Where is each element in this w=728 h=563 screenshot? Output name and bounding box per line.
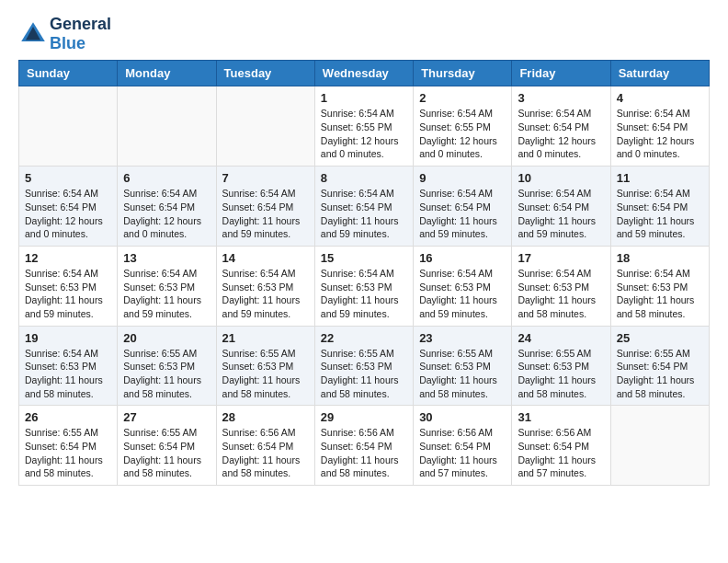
day-number: 14 — [222, 251, 309, 265]
weekday-header-thursday: Thursday — [414, 61, 512, 86]
calendar-cell: 25Sunrise: 6:55 AMSunset: 6:54 PMDayligh… — [610, 326, 709, 406]
day-number: 12 — [25, 251, 111, 265]
calendar-cell: 4Sunrise: 6:54 AMSunset: 6:54 PMDaylight… — [610, 86, 709, 167]
day-number: 2 — [419, 91, 506, 105]
day-info-text: Sunrise: 6:54 AMSunset: 6:55 PMDaylight:… — [321, 107, 407, 161]
day-info-text: Sunrise: 6:54 AMSunset: 6:54 PMDaylight:… — [518, 107, 604, 161]
day-info-text: Sunrise: 6:56 AMSunset: 6:54 PMDaylight:… — [321, 426, 407, 480]
calendar-cell — [610, 406, 709, 486]
day-info-text: Sunrise: 6:54 AMSunset: 6:53 PMDaylight:… — [617, 267, 703, 321]
day-number: 18 — [617, 251, 703, 265]
day-info-text: Sunrise: 6:54 AMSunset: 6:55 PMDaylight:… — [419, 107, 506, 161]
calendar-cell: 21Sunrise: 6:55 AMSunset: 6:53 PMDayligh… — [216, 326, 314, 406]
calendar-cell: 3Sunrise: 6:54 AMSunset: 6:54 PMDaylight… — [512, 86, 610, 167]
logo-text-line2: Blue — [50, 34, 111, 53]
day-number: 20 — [123, 331, 210, 345]
day-info-text: Sunrise: 6:54 AMSunset: 6:53 PMDaylight:… — [25, 347, 111, 401]
calendar-cell: 30Sunrise: 6:56 AMSunset: 6:54 PMDayligh… — [414, 406, 512, 486]
day-info-text: Sunrise: 6:54 AMSunset: 6:54 PMDaylight:… — [617, 187, 703, 241]
calendar-cell: 1Sunrise: 6:54 AMSunset: 6:55 PMDaylight… — [314, 86, 413, 167]
day-number: 4 — [617, 91, 703, 105]
day-info-text: Sunrise: 6:56 AMSunset: 6:54 PMDaylight:… — [419, 426, 506, 480]
calendar-cell: 15Sunrise: 6:54 AMSunset: 6:53 PMDayligh… — [314, 246, 413, 326]
calendar-cell: 27Sunrise: 6:55 AMSunset: 6:54 PMDayligh… — [118, 406, 216, 486]
weekday-header-sunday: Sunday — [19, 61, 118, 86]
weekday-header-saturday: Saturday — [610, 61, 709, 86]
day-number: 1 — [321, 91, 407, 105]
calendar-cell: 22Sunrise: 6:55 AMSunset: 6:53 PMDayligh… — [314, 326, 413, 406]
day-number: 21 — [222, 331, 309, 345]
calendar-cell: 10Sunrise: 6:54 AMSunset: 6:54 PMDayligh… — [512, 167, 610, 247]
calendar-cell — [118, 86, 216, 167]
day-number: 19 — [25, 331, 111, 345]
day-info-text: Sunrise: 6:54 AMSunset: 6:53 PMDaylight:… — [123, 267, 210, 321]
calendar-week-row: 5Sunrise: 6:54 AMSunset: 6:54 PMDaylight… — [19, 167, 710, 247]
day-info-text: Sunrise: 6:54 AMSunset: 6:53 PMDaylight:… — [25, 267, 111, 321]
calendar-cell: 13Sunrise: 6:54 AMSunset: 6:53 PMDayligh… — [118, 246, 216, 326]
day-info-text: Sunrise: 6:55 AMSunset: 6:53 PMDaylight:… — [518, 347, 604, 401]
logo-text-line1: General — [50, 15, 111, 34]
day-info-text: Sunrise: 6:54 AMSunset: 6:54 PMDaylight:… — [222, 187, 309, 241]
day-number: 16 — [419, 251, 506, 265]
day-info-text: Sunrise: 6:54 AMSunset: 6:54 PMDaylight:… — [25, 187, 111, 241]
calendar-week-row: 1Sunrise: 6:54 AMSunset: 6:55 PMDaylight… — [19, 86, 710, 167]
day-info-text: Sunrise: 6:55 AMSunset: 6:53 PMDaylight:… — [222, 347, 309, 401]
day-info-text: Sunrise: 6:56 AMSunset: 6:54 PMDaylight:… — [518, 426, 604, 480]
day-info-text: Sunrise: 6:55 AMSunset: 6:53 PMDaylight:… — [123, 347, 210, 401]
day-number: 11 — [617, 171, 703, 185]
weekday-header-wednesday: Wednesday — [314, 61, 413, 86]
calendar-cell: 7Sunrise: 6:54 AMSunset: 6:54 PMDaylight… — [216, 167, 314, 247]
day-info-text: Sunrise: 6:55 AMSunset: 6:54 PMDaylight:… — [25, 426, 111, 480]
day-number: 25 — [617, 331, 703, 345]
calendar-cell: 19Sunrise: 6:54 AMSunset: 6:53 PMDayligh… — [19, 326, 118, 406]
calendar-cell: 31Sunrise: 6:56 AMSunset: 6:54 PMDayligh… — [512, 406, 610, 486]
calendar-week-row: 19Sunrise: 6:54 AMSunset: 6:53 PMDayligh… — [19, 326, 710, 406]
day-number: 3 — [518, 91, 604, 105]
day-number: 23 — [419, 331, 506, 345]
calendar-wrapper: SundayMondayTuesdayWednesdayThursdayFrid… — [0, 60, 728, 495]
weekday-header-row: SundayMondayTuesdayWednesdayThursdayFrid… — [19, 61, 710, 86]
day-number: 13 — [123, 251, 210, 265]
calendar-cell: 8Sunrise: 6:54 AMSunset: 6:54 PMDaylight… — [314, 167, 413, 247]
day-number: 17 — [518, 251, 604, 265]
calendar-cell: 24Sunrise: 6:55 AMSunset: 6:53 PMDayligh… — [512, 326, 610, 406]
weekday-header-monday: Monday — [118, 61, 216, 86]
calendar-cell: 9Sunrise: 6:54 AMSunset: 6:54 PMDaylight… — [414, 167, 512, 247]
day-info-text: Sunrise: 6:55 AMSunset: 6:53 PMDaylight:… — [419, 347, 506, 401]
day-info-text: Sunrise: 6:55 AMSunset: 6:54 PMDaylight:… — [123, 426, 210, 480]
day-number: 28 — [222, 410, 309, 424]
day-number: 31 — [518, 410, 604, 424]
calendar-cell: 12Sunrise: 6:54 AMSunset: 6:53 PMDayligh… — [19, 246, 118, 326]
calendar-week-row: 26Sunrise: 6:55 AMSunset: 6:54 PMDayligh… — [19, 406, 710, 486]
calendar-cell: 2Sunrise: 6:54 AMSunset: 6:55 PMDaylight… — [414, 86, 512, 167]
day-info-text: Sunrise: 6:55 AMSunset: 6:53 PMDaylight:… — [321, 347, 407, 401]
day-info-text: Sunrise: 6:54 AMSunset: 6:54 PMDaylight:… — [321, 187, 407, 241]
calendar-cell: 16Sunrise: 6:54 AMSunset: 6:53 PMDayligh… — [414, 246, 512, 326]
day-info-text: Sunrise: 6:56 AMSunset: 6:54 PMDaylight:… — [222, 426, 309, 480]
weekday-header-friday: Friday — [512, 61, 610, 86]
calendar-cell: 18Sunrise: 6:54 AMSunset: 6:53 PMDayligh… — [610, 246, 709, 326]
day-number: 15 — [321, 251, 407, 265]
calendar-cell: 28Sunrise: 6:56 AMSunset: 6:54 PMDayligh… — [216, 406, 314, 486]
calendar-cell: 20Sunrise: 6:55 AMSunset: 6:53 PMDayligh… — [118, 326, 216, 406]
day-info-text: Sunrise: 6:54 AMSunset: 6:53 PMDaylight:… — [321, 267, 407, 321]
day-number: 26 — [25, 410, 111, 424]
day-info-text: Sunrise: 6:54 AMSunset: 6:53 PMDaylight:… — [518, 267, 604, 321]
day-info-text: Sunrise: 6:54 AMSunset: 6:54 PMDaylight:… — [617, 107, 703, 161]
day-info-text: Sunrise: 6:54 AMSunset: 6:54 PMDaylight:… — [518, 187, 604, 241]
logo: General Blue — [18, 15, 111, 52]
calendar-cell — [216, 86, 314, 167]
day-info-text: Sunrise: 6:54 AMSunset: 6:53 PMDaylight:… — [419, 267, 506, 321]
calendar-cell: 14Sunrise: 6:54 AMSunset: 6:53 PMDayligh… — [216, 246, 314, 326]
calendar-cell — [19, 86, 118, 167]
calendar-cell: 5Sunrise: 6:54 AMSunset: 6:54 PMDaylight… — [19, 167, 118, 247]
day-number: 22 — [321, 331, 407, 345]
day-number: 10 — [518, 171, 604, 185]
day-info-text: Sunrise: 6:54 AMSunset: 6:54 PMDaylight:… — [419, 187, 506, 241]
page-header: General Blue — [0, 0, 728, 60]
day-number: 29 — [321, 410, 407, 424]
day-number: 5 — [25, 171, 111, 185]
day-info-text: Sunrise: 6:55 AMSunset: 6:54 PMDaylight:… — [617, 347, 703, 401]
day-number: 30 — [419, 410, 506, 424]
logo-icon — [18, 19, 48, 49]
